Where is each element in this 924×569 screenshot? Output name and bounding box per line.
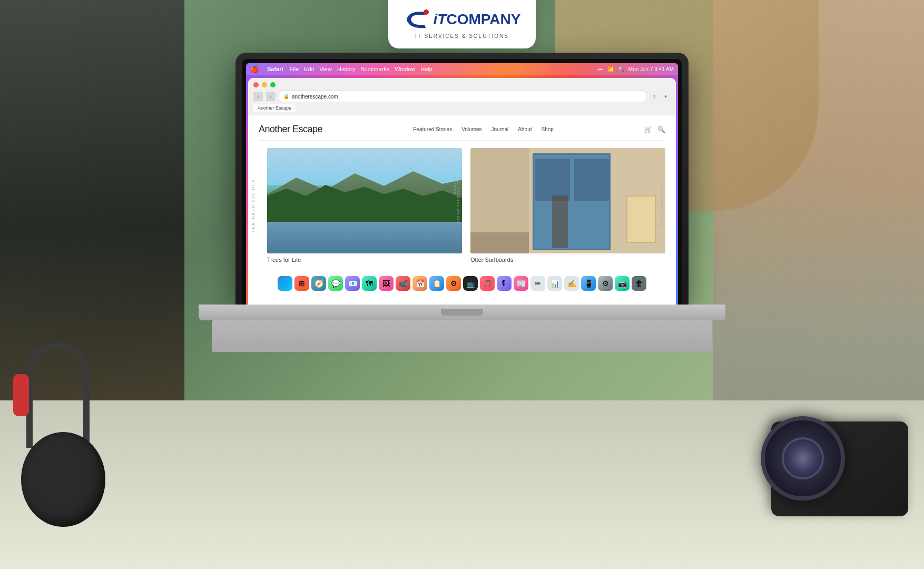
dock-maps[interactable]: 🗺: [362, 276, 377, 291]
featured-stories-label: FEATURED STORIES: [251, 179, 255, 232]
nav-volumes[interactable]: Volumes: [461, 126, 481, 132]
website-logo[interactable]: Another Escape: [259, 124, 322, 135]
safari-tabs: Another Escape: [253, 104, 671, 112]
share-icon[interactable]: ↑: [650, 92, 659, 101]
window-close-button[interactable]: [253, 82, 259, 87]
dock-finder[interactable]: 🌐: [278, 276, 292, 291]
dock-calendar[interactable]: 📅: [412, 276, 427, 291]
safari-window: ‹ › 🔒 anotherescape.com ↑ +: [248, 78, 676, 305]
dock-messages[interactable]: 💬: [328, 276, 343, 291]
website-nav-links: Featured Stories Volumes Journal About S…: [413, 126, 554, 132]
search-icon[interactable]: 🔍: [657, 126, 665, 133]
menu-bookmarks[interactable]: Bookmarks: [360, 66, 389, 72]
vol-label-2: THE WATER VOLUME: [660, 183, 663, 228]
macbook-keyboard[interactable]: [212, 320, 712, 352]
featured-item-2: THE WATER VOLUME Otter Surfboards: [470, 148, 665, 263]
logo-c-icon: [404, 8, 431, 31]
menu-file[interactable]: File: [290, 66, 299, 72]
apple-menu[interactable]: 🍎: [250, 65, 259, 73]
dock-appstore[interactable]: 📱: [581, 276, 596, 291]
macbook-bezel: 🍎 Safari File Edit View History Bookmark…: [242, 59, 682, 305]
headphones-decoration: [11, 342, 116, 527]
caption-1: Trees for Life: [267, 257, 462, 263]
menu-history[interactable]: History: [337, 66, 355, 72]
featured-img-1: THE NATURAL WORLD VOLUME: [267, 148, 462, 253]
menu-time: Mon Jun 7 9:41 AM: [628, 66, 674, 72]
safari-tab[interactable]: Another Escape: [253, 104, 296, 112]
menubar-right: ▪▪▪ 📶 🔍 Mon Jun 7 9:41 AM: [597, 66, 674, 72]
macbook-screen-outer: 🍎 Safari File Edit View History Bookmark…: [235, 53, 689, 305]
back-button[interactable]: ‹: [253, 92, 263, 101]
dock-podcasts[interactable]: 🎙: [497, 276, 512, 291]
logo-badge: iTCOMPANY IT SERVICES & SOLUTIONS: [388, 0, 536, 48]
cart-icon[interactable]: 🛒: [644, 126, 652, 133]
dock-safari[interactable]: 🧭: [311, 276, 326, 291]
menu-edit[interactable]: Edit: [304, 66, 314, 72]
safari-titlebar: ‹ › 🔒 anotherescape.com ↑ +: [248, 78, 676, 115]
menu-view[interactable]: View: [319, 66, 332, 72]
dock-news[interactable]: 📰: [514, 276, 528, 291]
window-minimize-button[interactable]: [262, 82, 267, 87]
nav-shop[interactable]: Shop: [541, 126, 553, 132]
nav-featured[interactable]: Featured Stories: [413, 126, 452, 132]
logo-company-text: COMPANY: [446, 11, 520, 27]
website-nav-icons: 🛒 🔍: [644, 126, 665, 133]
logo-it-text: iT: [434, 11, 447, 27]
dock-reminders[interactable]: ⚙: [446, 276, 461, 291]
caption-2: Otter Surfboards: [470, 257, 665, 263]
menu-wifi-icon: 📶: [607, 66, 614, 72]
dock-music[interactable]: 🎵: [480, 276, 495, 291]
forward-button[interactable]: ›: [266, 92, 276, 101]
dock-settings[interactable]: ⚙: [598, 276, 613, 291]
menubar-app-name[interactable]: Safari: [267, 66, 283, 72]
svg-point-0: [424, 9, 429, 15]
dock-notes[interactable]: 📋: [429, 276, 444, 291]
url-bar[interactable]: 🔒 anotherescape.com: [279, 91, 646, 102]
macbook: 🍎 Safari File Edit View History Bookmark…: [172, 53, 752, 352]
safari-toolbar-icons: ↑ +: [650, 92, 671, 101]
safari-traffic-lights: [253, 82, 671, 87]
nav-journal[interactable]: Journal: [492, 126, 509, 132]
logo-icon-wrapper: iTCOMPANY: [399, 8, 525, 31]
featured-img-2: THE WATER VOLUME: [470, 148, 665, 253]
dock-facetime[interactable]: 📹: [396, 276, 410, 291]
dock-launchpad[interactable]: ⊞: [294, 276, 309, 291]
vol-label-1: THE NATURAL WORLD VOLUME: [454, 177, 460, 234]
menubar-items: File Edit View History Bookmarks Window …: [290, 66, 432, 72]
safari-toolbar: ‹ › 🔒 anotherescape.com ↑ +: [253, 91, 671, 102]
menu-window[interactable]: Window: [395, 66, 415, 72]
macbook-base: MacBook Air: [199, 305, 725, 320]
featured-section: FEATURED STORIES: [259, 148, 665, 263]
lock-icon: 🔒: [283, 94, 289, 99]
featured-grid: THE NATURAL WORLD VOLUME Trees for Life: [267, 148, 665, 263]
macos-desktop: 🍎 Safari File Edit View History Bookmark…: [246, 63, 678, 305]
url-text: anotherescape.com: [292, 94, 338, 100]
menu-help[interactable]: Help: [420, 66, 432, 72]
dock-trash[interactable]: 🗑: [632, 276, 646, 291]
logo-subtitle: IT SERVICES & SOLUTIONS: [399, 33, 525, 39]
window-maximize-button[interactable]: [270, 82, 276, 87]
menu-battery-icon: ▪▪▪: [597, 66, 603, 72]
dock-numbers[interactable]: 📊: [547, 276, 562, 291]
menubar: 🍎 Safari File Edit View History Bookmark…: [246, 63, 678, 75]
dock-photos[interactable]: 🖼: [379, 276, 394, 291]
new-tab-icon[interactable]: +: [661, 92, 671, 101]
camera-decoration: [761, 390, 908, 516]
menu-search-icon[interactable]: 🔍: [618, 66, 624, 72]
dock-tv[interactable]: 📺: [463, 276, 478, 291]
website-content: Another Escape Featured Stories Volumes …: [248, 115, 676, 271]
dock-mail[interactable]: 📧: [345, 276, 360, 291]
dock: 🌐 ⊞ 🧭 💬 📧 🗺 🖼 📹 📅 📋 ⚙ 📺: [273, 273, 651, 293]
dock-keynote[interactable]: ✍: [564, 276, 579, 291]
dock-screencapture[interactable]: 📷: [615, 276, 630, 291]
featured-item-1: THE NATURAL WORLD VOLUME Trees for Life: [267, 148, 462, 263]
dock-pages[interactable]: ✏: [530, 276, 545, 291]
website-nav: Another Escape Featured Stories Volumes …: [259, 124, 665, 141]
nav-about[interactable]: About: [518, 126, 532, 132]
